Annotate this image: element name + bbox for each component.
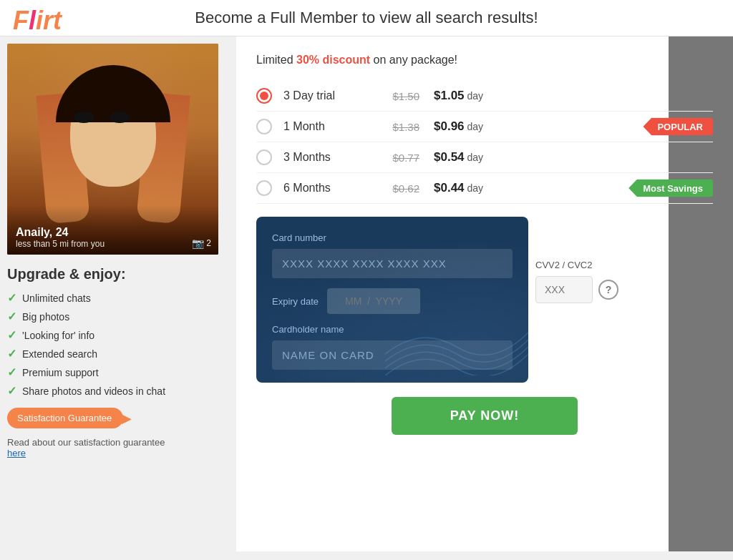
plan-row-1month[interactable]: 1 Month $1.38 $0.96 day POPULAR [256, 112, 713, 142]
pay-now-button[interactable]: PAY NOW! [392, 397, 578, 435]
popular-badge: POPULAR [643, 118, 713, 136]
benefit-share-photos: ✓ Share photos and videos in chat [7, 384, 228, 398]
profile-info: Anaily, 24 less than 5 mi from you [7, 205, 218, 255]
plan-original-6months: $0.62 [369, 182, 419, 195]
satisfaction-guarantee-button[interactable]: Satisfaction Guarantee [7, 408, 123, 428]
plan-current-3day: $1.05 [434, 89, 465, 103]
plan-row-3months[interactable]: 3 Months $0.77 $0.54 day [256, 142, 713, 173]
expiry-label: Expiry date [272, 296, 319, 307]
guarantee-text: Read about our satisfaction guarantee he… [7, 437, 228, 458]
check-icon: ✓ [7, 328, 16, 342]
profile-distance: less than 5 mi from you [16, 239, 210, 249]
plan-name-3day: 3 Day trial [283, 89, 369, 102]
upgrade-section: Upgrade & enjoy: ✓ Unlimited chats ✓ Big… [0, 255, 236, 467]
plan-day-6months: day [467, 182, 484, 194]
right-panel: Limited 30% discount on any package! 3 D… [236, 36, 733, 551]
benefit-looking-for: ✓ 'Looking for' info [7, 328, 228, 342]
plan-row-3day[interactable]: 3 Day trial $1.50 $1.05 day [256, 81, 713, 112]
left-panel: Anaily, 24 less than 5 mi from you 📷 2 U… [0, 36, 236, 551]
plan-name-1month: 1 Month [283, 120, 369, 133]
check-icon: ✓ [7, 347, 16, 360]
cvv-input[interactable] [535, 276, 593, 303]
check-icon: ✓ [7, 291, 16, 305]
profile-photos-count: 📷 2 [192, 237, 211, 249]
plan-day-3months: day [467, 152, 484, 163]
plan-original-1month: $1.38 [369, 121, 419, 133]
check-icon: ✓ [7, 310, 16, 323]
header-title: Become a Full Member to view all search … [195, 9, 538, 27]
plan-radio-3day[interactable] [256, 88, 272, 104]
check-icon: ✓ [7, 384, 16, 398]
plan-current-6months: $0.44 [434, 181, 465, 195]
plan-name-3months: 3 Months [283, 151, 369, 164]
plan-radio-1month[interactable] [256, 119, 272, 134]
upgrade-title: Upgrade & enjoy: [7, 266, 228, 283]
plan-original-3months: $0.77 [369, 152, 419, 164]
cvv-label: CVV2 / CVC2 [535, 260, 671, 270]
plan-row-6months[interactable]: 6 Months $0.62 $0.44 day Most Savings [256, 173, 713, 204]
plan-current-3months: $0.54 [434, 150, 465, 164]
wave-decoration [385, 318, 528, 375]
profile-name: Anaily, 24 [16, 226, 210, 239]
plan-radio-3months[interactable] [256, 149, 272, 165]
benefit-big-photos: ✓ Big photos [7, 310, 228, 323]
benefit-list: ✓ Unlimited chats ✓ Big photos ✓ 'Lookin… [7, 291, 228, 398]
card-number-label: Card number [272, 232, 513, 243]
benefit-unlimited-chats: ✓ Unlimited chats [7, 291, 228, 305]
plan-original-3day: $1.50 [369, 90, 419, 102]
plan-day-1month: day [467, 121, 484, 132]
camera-icon: 📷 [192, 237, 204, 249]
most-savings-badge: Most Savings [628, 180, 713, 197]
plan-name-6months: 6 Months [283, 182, 369, 195]
profile-image: Anaily, 24 less than 5 mi from you 📷 2 [7, 44, 218, 255]
payment-card: Card number Expiry date Cardholder name … [256, 217, 528, 383]
logo: Flirt [13, 6, 62, 36]
guarantee-link[interactable]: here [7, 448, 26, 458]
plan-day-3day: day [467, 90, 484, 102]
expiry-input[interactable] [327, 288, 420, 314]
discount-banner: Limited 30% discount on any package! [256, 54, 713, 67]
header: Flirt Become a Full Member to view all s… [0, 0, 733, 36]
card-number-input[interactable] [272, 249, 513, 278]
plan-current-1month: $0.96 [434, 119, 465, 134]
benefit-extended-search: ✓ Extended search [7, 347, 228, 360]
plan-radio-6months[interactable] [256, 180, 272, 196]
profile-card: Anaily, 24 less than 5 mi from you 📷 2 [7, 44, 218, 255]
check-icon: ✓ [7, 365, 16, 379]
cvv-section: CVV2 / CVC2 ? [535, 260, 671, 303]
cvv-help-icon[interactable]: ? [598, 280, 618, 300]
benefit-premium-support: ✓ Premium support [7, 365, 228, 379]
